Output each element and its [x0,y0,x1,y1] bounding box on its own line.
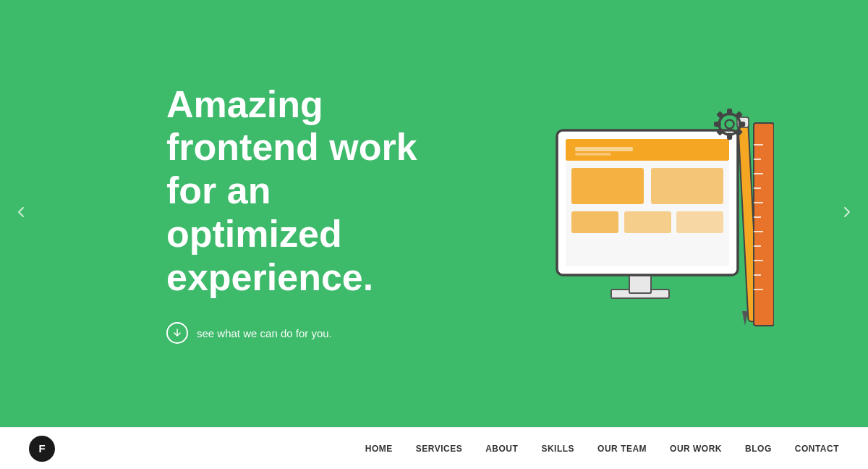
nav-our-work[interactable]: OUR WORK [670,444,722,454]
navbar: F HOME SERVICES ABOUT SKILLS OUR TEAM OU… [0,427,868,469]
nav-links: HOME SERVICES ABOUT SKILLS OUR TEAM OUR … [365,444,839,454]
hero-illustration [499,80,774,347]
svg-rect-10 [571,211,618,233]
svg-rect-7 [575,153,611,156]
hero-cta[interactable]: see what we can do for you. [166,322,456,344]
nav-contact[interactable]: CONTACT [795,444,839,454]
prev-arrow[interactable] [14,204,27,223]
cta-label: see what we can do for you. [197,327,332,339]
hero-section: Amazing frontend work for an optimized e… [0,0,868,427]
svg-rect-30 [727,109,732,116]
svg-rect-33 [739,122,746,127]
svg-rect-32 [714,122,721,127]
logo[interactable]: F [29,436,55,462]
svg-marker-14 [742,311,748,326]
nav-home[interactable]: HOME [365,444,393,454]
svg-rect-11 [624,211,671,233]
svg-point-29 [726,120,734,129]
nav-our-team[interactable]: OUR TEAM [597,444,647,454]
next-arrow[interactable] [841,204,854,223]
nav-services[interactable]: SERVICES [416,444,462,454]
svg-rect-31 [727,133,732,140]
cta-down-icon [166,322,188,344]
hero-title: Amazing frontend work for an optimized e… [166,83,456,300]
hero-content: Amazing frontend work for an optimized e… [166,83,456,345]
nav-about[interactable]: ABOUT [485,444,518,454]
nav-blog[interactable]: BLOG [745,444,772,454]
nav-skills[interactable]: SKILLS [541,444,574,454]
svg-rect-9 [651,168,723,204]
svg-rect-8 [571,168,644,204]
svg-rect-12 [676,211,723,233]
svg-rect-16 [754,123,774,326]
svg-rect-6 [575,147,633,151]
